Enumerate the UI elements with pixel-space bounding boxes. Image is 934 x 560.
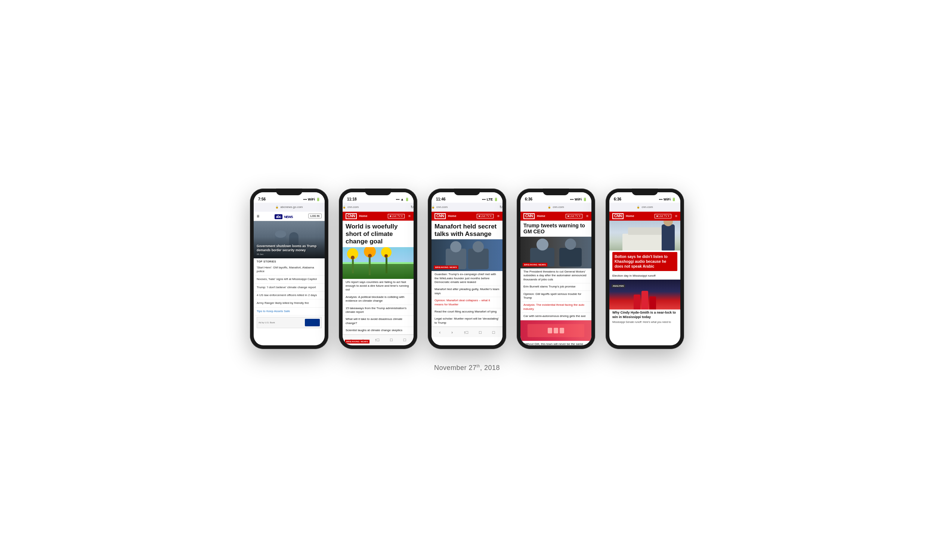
hamburger-icon-cnn4[interactable]: ≡ bbox=[675, 214, 677, 218]
article-cnn3-6[interactable]: Without GM, this town will never be the … bbox=[521, 341, 592, 345]
climate-headline[interactable]: World is woefully short of climate chang… bbox=[342, 221, 413, 247]
live-dot-2 bbox=[479, 215, 480, 217]
battery-icon-cnn3: 🔋 bbox=[583, 197, 587, 201]
live-dot-4 bbox=[657, 215, 658, 217]
analysis-badge: ANALYSIS bbox=[612, 282, 625, 288]
forward-icon-cnn2[interactable]: › bbox=[451, 330, 453, 334]
article-cnn1-2[interactable]: Analysis: A political blockade is collid… bbox=[342, 294, 413, 305]
cnn-nav-1: CNN Home Live TV ▾ ≡ bbox=[342, 212, 413, 221]
cnn-nav-4: CNN Home Live TV ▾ ≡ bbox=[609, 212, 680, 221]
article-cnn2-2[interactable]: Manafort lied after pleading guilty, Mue… bbox=[432, 286, 502, 297]
gm-rally-image bbox=[521, 320, 592, 341]
tabs-icon[interactable]: □ bbox=[404, 337, 406, 342]
cnn-logo-1: CNN bbox=[345, 213, 357, 219]
address-bar-cnn2[interactable]: 🔒 cnn.com ↻ bbox=[432, 203, 502, 212]
story-5[interactable]: Army Ranger likely killed by friendly fi… bbox=[254, 299, 325, 307]
article-cnn2-3-red[interactable]: Opinion: Manafort deal collapses – what … bbox=[432, 297, 502, 308]
status-icons-abc: ▪▪▪ WiFi 🔋 bbox=[304, 197, 321, 201]
story-4[interactable]: 4 US law enforcement officers killed in … bbox=[254, 292, 325, 299]
refresh-icon-cnn2[interactable]: ↻ bbox=[499, 205, 502, 209]
lock-icon-cnn4: 🔒 bbox=[637, 206, 640, 209]
address-bar-cnn3[interactable]: 🔒 cnn.com bbox=[521, 203, 592, 212]
bookmarks-icon[interactable]: □ bbox=[390, 337, 393, 342]
live-dot-1 bbox=[390, 215, 391, 217]
story-2[interactable]: Nooses, 'hate' signs left at Mississippi… bbox=[254, 275, 325, 283]
cnn-home-1[interactable]: Home bbox=[359, 214, 367, 218]
cnn-logo-4: CNN bbox=[612, 213, 624, 219]
date-text: November 27 bbox=[434, 364, 477, 371]
bolton-card[interactable]: Bolton says he didn't listen to Khashogg… bbox=[612, 252, 677, 271]
bookmarks-icon-cnn2[interactable]: □ bbox=[479, 330, 482, 334]
wh-image bbox=[609, 221, 680, 251]
article-cnn2-5[interactable]: Legal scholar: Mueller report will be 'd… bbox=[432, 315, 502, 327]
ad-banner: Ad by U.S. Bank bbox=[257, 317, 322, 328]
phone-cnn-2: 11:46 ▪▪▪ LTE 🔋 🔒 cnn.com ↻ CNN Home bbox=[428, 189, 506, 349]
cnn-logo-3: CNN bbox=[523, 213, 535, 219]
manafort-headline[interactable]: Manafort held secret talks with Assange bbox=[432, 221, 502, 240]
back-icon-cnn2[interactable]: ‹ bbox=[439, 330, 441, 334]
refresh-icon-cnn1[interactable]: ↻ bbox=[411, 205, 413, 209]
story-3[interactable]: Trump: 'I don't believe' climate change … bbox=[254, 284, 325, 292]
phone-cnn-1: 11:18 ▪▪▪ ▲ 🔋 🔒 cnn.com ↻ CNN Home bbox=[339, 189, 417, 349]
election-item[interactable]: Election day in Mississippi runoff bbox=[609, 272, 680, 280]
address-bar-cnn4[interactable]: 🔒 cnn.com bbox=[609, 203, 680, 212]
time-cnn4: 6:36 bbox=[614, 197, 621, 201]
article-cnn3-3[interactable]: Opinion: GM layoffs spell serious troubl… bbox=[521, 291, 592, 302]
article-cnn1-3[interactable]: 15 takeaways from the Trump administrati… bbox=[342, 305, 413, 316]
article-cnn1-5[interactable]: Scientist laughs at climate change skept… bbox=[342, 327, 413, 334]
breaking-badge-cnn3: BREAKING NEWS bbox=[522, 260, 547, 267]
signal-icon-cnn4: ▪▪▪ bbox=[659, 197, 663, 201]
trump-gm-image: BREAKING NEWS bbox=[521, 237, 592, 268]
top-stories-label: TOP STORIES bbox=[254, 258, 325, 264]
phone-cnn-3: 6:36 ▪▪▪ WiFi 🔋 🔒 cnn.com CNN Home bbox=[517, 189, 595, 349]
abc-logo: abc NEWS bbox=[274, 213, 293, 219]
cnn-home-4[interactable]: Home bbox=[626, 214, 634, 218]
share-icon[interactable]: ↑□ bbox=[375, 337, 379, 342]
story-6[interactable]: Tips to Keep Assets Safe bbox=[254, 308, 325, 315]
notch-cnn2 bbox=[454, 189, 480, 195]
lock-icon-cnn2: 🔒 bbox=[432, 206, 435, 209]
article-cnn3-5[interactable]: Car with semi-autonomous driving gets th… bbox=[521, 313, 592, 320]
hyde-sub: Mississippi Senate runoff: Here's what y… bbox=[609, 320, 680, 324]
article-cnn1-4[interactable]: What will it take to avoid disastrous cl… bbox=[342, 316, 413, 327]
cnn-home-3[interactable]: Home bbox=[537, 214, 545, 218]
signal-icon-cnn1: ▪▪▪ bbox=[396, 197, 400, 201]
article-cnn3-4-red[interactable]: Analysis: The existential threat facing … bbox=[521, 302, 592, 313]
hyde-smith-headline[interactable]: Why Cindy Hyde-Smith is a near-lock to w… bbox=[609, 309, 680, 320]
hamburger-icon-abc[interactable]: ≡ bbox=[257, 214, 259, 219]
address-bar-cnn1[interactable]: 🔒 cnn.com ↻ bbox=[342, 203, 413, 212]
battery-icon-cnn1: 🔋 bbox=[405, 197, 409, 201]
hyde-smith-image: ANALYSIS bbox=[609, 280, 680, 309]
url-abc: abcnews.go.com bbox=[280, 205, 303, 209]
wifi-icon-cnn4: WiFi bbox=[664, 197, 670, 201]
live-tv-btn-4[interactable]: Live TV ▾ bbox=[655, 214, 672, 218]
signal-icon: ▪▪▪ bbox=[304, 197, 307, 201]
address-bar-abc[interactable]: 🔒 abcnews.go.com bbox=[254, 203, 325, 212]
trump-gm-headline[interactable]: Trump tweets warning to GM CEO bbox=[521, 221, 592, 237]
article-cnn1-1[interactable]: UN report says countries are failing to … bbox=[342, 279, 413, 294]
hamburger-icon-cnn3[interactable]: ≡ bbox=[586, 214, 589, 218]
url-cnn4: cnn.com bbox=[641, 205, 653, 209]
battery-icon-cnn4: 🔋 bbox=[672, 197, 676, 201]
battery-icon: 🔋 bbox=[316, 197, 320, 201]
article-cnn2-4[interactable]: Read the court filing accusing Manafort … bbox=[432, 308, 502, 315]
hamburger-icon-cnn1[interactable]: ≡ bbox=[408, 214, 411, 218]
article-cnn2-1[interactable]: Guardian: Trump's ex-campaign chief met … bbox=[432, 271, 502, 286]
story-1[interactable]: 'Start Here': GM layoffs, Manafort, Alab… bbox=[254, 264, 325, 276]
article-cnn3-1[interactable]: The President threatens to cut General M… bbox=[521, 268, 592, 283]
article-cnn3-2[interactable]: Erin Burnett slams Trump's job promise bbox=[521, 283, 592, 291]
live-dot-3 bbox=[567, 215, 569, 217]
lock-icon-cnn1: 🔒 bbox=[342, 206, 346, 209]
story-list-abc: 'Start Here': GM layoffs, Manafort, Alab… bbox=[254, 264, 325, 345]
abc-nav: ≡ abc NEWS LOG IN bbox=[254, 212, 325, 221]
hamburger-icon-cnn2[interactable]: ≡ bbox=[497, 214, 499, 218]
notch-abc bbox=[276, 189, 302, 195]
share-icon-cnn2[interactable]: ↑□ bbox=[464, 330, 468, 334]
tabs-icon-cnn2[interactable]: □ bbox=[492, 330, 495, 334]
live-tv-btn-2[interactable]: Live TV ▾ bbox=[477, 214, 494, 218]
live-tv-btn-1[interactable]: Live TV ▾ bbox=[388, 214, 405, 218]
live-tv-btn-3[interactable]: Live TV ▾ bbox=[566, 214, 583, 218]
login-button[interactable]: LOG IN bbox=[308, 214, 322, 218]
cnn-nav-2: CNN Home Live TV ▾ ≡ bbox=[432, 212, 502, 221]
cnn-home-2[interactable]: Home bbox=[448, 214, 456, 218]
